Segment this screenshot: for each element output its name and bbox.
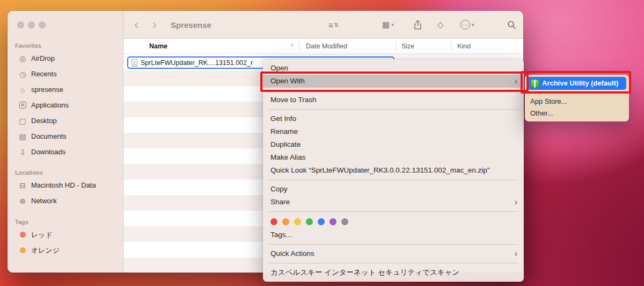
zoom-button[interactable] bbox=[39, 22, 46, 28]
menu-item-open-with[interactable]: Open With › bbox=[263, 75, 524, 88]
share-button[interactable] bbox=[413, 11, 422, 39]
menu-item-make-alias[interactable]: Make Alias bbox=[263, 151, 524, 164]
menu-item-duplicate[interactable]: Duplicate bbox=[263, 138, 524, 151]
sidebar-item-label: オレンジ bbox=[31, 246, 60, 255]
sidebar-item-label: Macintosh HD - Data bbox=[31, 181, 96, 189]
window-title: Spresense bbox=[171, 11, 211, 39]
sidebar-item-tag-orange[interactable]: オレンジ bbox=[11, 242, 120, 258]
sort-updown-icon: ⇅ bbox=[334, 22, 339, 28]
sidebar-item-label: spresense bbox=[31, 85, 63, 94]
traffic-lights bbox=[17, 22, 46, 28]
tags-button[interactable]: ◇ bbox=[437, 11, 444, 39]
minimize-button[interactable] bbox=[28, 22, 35, 28]
desktop-wallpaper: { "window": { "title": "Spresense" }, "i… bbox=[0, 0, 644, 286]
sidebar-item-downloads[interactable]: ⇩ Downloads bbox=[11, 144, 120, 160]
menu-separator bbox=[268, 90, 518, 91]
applications-icon: A bbox=[19, 102, 26, 109]
close-button[interactable] bbox=[17, 22, 24, 28]
sidebar-item-label: Network bbox=[31, 197, 57, 205]
sidebar-section-tags: Tags bbox=[8, 217, 123, 227]
menu-separator bbox=[268, 180, 518, 180]
menu-separator bbox=[529, 92, 625, 93]
sidebar-item-label: Applications bbox=[31, 101, 69, 109]
submenu-arrow-icon: › bbox=[515, 75, 517, 88]
menu-item-rename[interactable]: Rename bbox=[263, 125, 524, 138]
sidebar-item-spresense[interactable]: ⌂ spresense bbox=[11, 82, 120, 97]
column-divider[interactable] bbox=[451, 41, 451, 51]
sidebar-item-applications[interactable]: A Applications bbox=[11, 97, 120, 113]
sidebar-item-desktop[interactable]: ▢ Desktop bbox=[11, 113, 120, 128]
menu-separator bbox=[268, 263, 518, 263]
menu-item-get-info[interactable]: Get Info bbox=[263, 112, 524, 125]
sidebar-item-label: Documents bbox=[31, 132, 67, 140]
sidebar-item-network[interactable]: ⊕ Network bbox=[11, 193, 120, 209]
group-view-button[interactable]: ▦ ▾ bbox=[382, 11, 394, 39]
more-actions-button[interactable]: ⋯ ▾ bbox=[460, 11, 474, 39]
menu-item-kaspersky-scan[interactable]: カスペルスキー インターネット セキュリティでスキャン bbox=[263, 266, 524, 279]
menu-item-quick-actions[interactable]: Quick Actions › bbox=[263, 247, 524, 260]
menu-separator bbox=[268, 211, 518, 212]
home-icon: ⌂ bbox=[18, 85, 27, 94]
tag-color-red[interactable] bbox=[270, 218, 277, 225]
desktop-icon: ▢ bbox=[18, 117, 27, 125]
menu-item-open[interactable]: Open bbox=[263, 62, 524, 75]
sidebar-section-locations: Locations bbox=[8, 168, 123, 177]
ellipsis-icon: ⋯ bbox=[460, 20, 470, 30]
tag-color-purple[interactable] bbox=[330, 218, 336, 225]
document-icon: ▤ bbox=[18, 132, 27, 141]
tag-icon: ◇ bbox=[437, 20, 444, 30]
submenu-arrow-icon: › bbox=[515, 196, 517, 209]
column-header-size[interactable]: Size bbox=[401, 39, 414, 54]
column-divider[interactable] bbox=[396, 41, 396, 51]
column-header-name[interactable]: Name bbox=[149, 39, 167, 54]
menu-item-share[interactable]: Share › bbox=[263, 196, 524, 209]
menu-item-move-to-trash[interactable]: Move to Trash bbox=[263, 94, 524, 106]
list-view-button[interactable]: ≡ ⇅ bbox=[328, 11, 339, 39]
submenu-item-archive-utility[interactable]: Archive Utility (default) bbox=[528, 77, 626, 90]
tag-color-yellow[interactable] bbox=[294, 218, 301, 225]
sidebar-item-recents[interactable]: ◷ Recents bbox=[11, 66, 120, 82]
sidebar: Favorites ◎ AirDrop ◷ Recents ⌂ spresens… bbox=[8, 11, 123, 273]
tag-color-blue[interactable] bbox=[318, 218, 325, 225]
chevron-down-icon: ▾ bbox=[391, 22, 394, 27]
column-divider[interactable] bbox=[299, 41, 299, 51]
file-name: SprLteFWUpdater_RK....13151.002_r bbox=[141, 59, 253, 67]
sidebar-item-label: レッド bbox=[31, 230, 53, 240]
tag-color-green[interactable] bbox=[306, 218, 313, 225]
context-menu: Open Open With › Move to Trash Get Info … bbox=[263, 59, 524, 282]
submenu-arrow-icon: › bbox=[515, 247, 517, 260]
sidebar-item-documents[interactable]: ▤ Documents bbox=[11, 128, 120, 144]
archive-utility-icon bbox=[531, 80, 539, 88]
forward-button[interactable]: › bbox=[152, 11, 157, 39]
column-header-kind[interactable]: Kind bbox=[457, 39, 471, 54]
tag-color-gray[interactable] bbox=[341, 218, 348, 225]
open-with-submenu: Archive Utility (default) App Store... O… bbox=[525, 75, 629, 121]
sidebar-item-airdrop[interactable]: ◎ AirDrop bbox=[11, 51, 120, 66]
list-view-icon: ≡ bbox=[328, 20, 333, 30]
back-button[interactable]: ‹ bbox=[134, 11, 138, 39]
hard-drive-icon: ⊟ bbox=[18, 181, 27, 190]
tag-color-orange[interactable] bbox=[282, 218, 289, 225]
menu-item-tags[interactable]: Tags... bbox=[263, 228, 524, 241]
search-icon bbox=[507, 20, 516, 30]
sidebar-item-label: Downloads bbox=[31, 148, 65, 156]
column-header-date-modified[interactable]: Date Modified bbox=[306, 39, 347, 54]
menu-separator bbox=[268, 109, 518, 110]
sidebar-item-macintosh-hd[interactable]: ⊟ Macintosh HD - Data bbox=[11, 177, 120, 193]
submenu-item-other[interactable]: Other... bbox=[525, 108, 629, 119]
submenu-item-app-store[interactable]: App Store... bbox=[525, 96, 629, 108]
sidebar-item-tag-red[interactable]: レッド bbox=[11, 227, 120, 242]
menu-item-quick-look[interactable]: Quick Look “SprLteFWUpdater_RK3.0.0.22.1… bbox=[263, 164, 524, 177]
network-globe-icon: ⊕ bbox=[18, 197, 27, 205]
toolbar: ‹ › Spresense ≡ ⇅ ▦ ▾ ◇ ⋯ ▾ bbox=[123, 11, 523, 39]
download-icon: ⇩ bbox=[18, 148, 27, 156]
menu-item-copy[interactable]: Copy bbox=[263, 183, 524, 196]
orange-tag-dot-icon bbox=[20, 247, 26, 253]
file-document-icon bbox=[131, 59, 137, 67]
clock-icon: ◷ bbox=[18, 70, 27, 78]
red-tag-dot-icon bbox=[20, 232, 26, 238]
tag-color-row bbox=[263, 215, 524, 228]
chevron-down-icon: ▾ bbox=[472, 22, 474, 27]
sidebar-item-label: AirDrop bbox=[31, 54, 55, 62]
search-button[interactable] bbox=[507, 11, 516, 39]
